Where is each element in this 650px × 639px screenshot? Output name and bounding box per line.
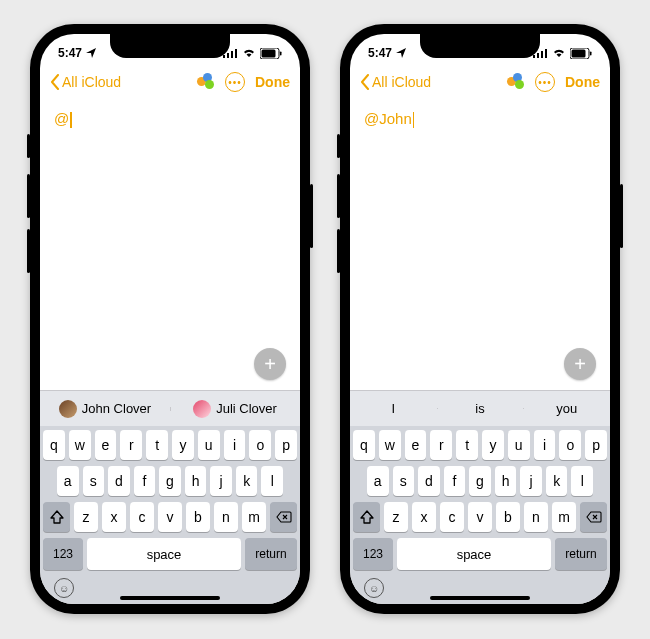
suggestion-item[interactable]: Juli Clover	[170, 400, 300, 418]
key-m[interactable]: m	[242, 502, 266, 532]
done-button[interactable]: Done	[565, 74, 600, 90]
key-b[interactable]: b	[496, 502, 520, 532]
done-button[interactable]: Done	[255, 74, 290, 90]
key-k[interactable]: k	[546, 466, 568, 496]
back-button[interactable]: All iCloud	[360, 74, 431, 90]
key-u[interactable]: u	[198, 430, 220, 460]
key-i[interactable]: i	[534, 430, 556, 460]
shift-key[interactable]	[353, 502, 380, 532]
key-w[interactable]: w	[69, 430, 91, 460]
key-o[interactable]: o	[559, 430, 581, 460]
svg-rect-5	[262, 49, 276, 57]
mode-key[interactable]: 123	[43, 538, 83, 570]
key-y[interactable]: y	[482, 430, 504, 460]
mode-key[interactable]: 123	[353, 538, 393, 570]
plus-icon: +	[574, 353, 586, 376]
key-a[interactable]: a	[367, 466, 389, 496]
space-key[interactable]: space	[397, 538, 551, 570]
wifi-icon	[242, 48, 256, 58]
emoji-button[interactable]: ☺	[364, 578, 384, 598]
key-j[interactable]: j	[210, 466, 232, 496]
shift-icon	[50, 510, 64, 524]
key-m[interactable]: m	[552, 502, 576, 532]
key-c[interactable]: c	[440, 502, 464, 532]
back-button[interactable]: All iCloud	[50, 74, 121, 90]
key-row: 123 space return	[43, 538, 297, 570]
key-i[interactable]: i	[224, 430, 246, 460]
home-indicator[interactable]	[120, 596, 220, 600]
key-e[interactable]: e	[95, 430, 117, 460]
add-button[interactable]: +	[564, 348, 596, 380]
key-s[interactable]: s	[393, 466, 415, 496]
collaboration-icon[interactable]	[197, 73, 215, 91]
back-label: All iCloud	[372, 74, 431, 90]
key-p[interactable]: p	[585, 430, 607, 460]
phone-right: 5:47 All iCloud ••• Done	[340, 24, 620, 614]
key-l[interactable]: l	[571, 466, 593, 496]
space-key[interactable]: space	[87, 538, 241, 570]
key-t[interactable]: t	[456, 430, 478, 460]
key-a[interactable]: a	[57, 466, 79, 496]
key-e[interactable]: e	[405, 430, 427, 460]
key-d[interactable]: d	[108, 466, 130, 496]
key-n[interactable]: n	[214, 502, 238, 532]
plus-icon: +	[264, 353, 276, 376]
shift-key[interactable]	[43, 502, 70, 532]
note-body[interactable]: @ +	[40, 100, 300, 390]
emoji-button[interactable]: ☺	[54, 578, 74, 598]
key-o[interactable]: o	[249, 430, 271, 460]
key-n[interactable]: n	[524, 502, 548, 532]
return-key[interactable]: return	[245, 538, 297, 570]
chevron-left-icon	[360, 74, 370, 90]
key-q[interactable]: q	[353, 430, 375, 460]
back-label: All iCloud	[62, 74, 121, 90]
key-g[interactable]: g	[469, 466, 491, 496]
key-h[interactable]: h	[495, 466, 517, 496]
key-k[interactable]: k	[236, 466, 258, 496]
home-indicator[interactable]	[430, 596, 530, 600]
key-z[interactable]: z	[74, 502, 98, 532]
backspace-key[interactable]	[580, 502, 607, 532]
suggestion-item[interactable]: John Clover	[40, 400, 170, 418]
key-r[interactable]: r	[430, 430, 452, 460]
battery-icon	[260, 48, 282, 59]
key-w[interactable]: w	[379, 430, 401, 460]
key-b[interactable]: b	[186, 502, 210, 532]
collaboration-icon[interactable]	[507, 73, 525, 91]
key-v[interactable]: v	[468, 502, 492, 532]
more-button[interactable]: •••	[535, 72, 555, 92]
key-f[interactable]: f	[444, 466, 466, 496]
note-body[interactable]: @John +	[350, 100, 610, 390]
return-key[interactable]: return	[555, 538, 607, 570]
key-r[interactable]: r	[120, 430, 142, 460]
keyboard: John Clover Juli Clover q w e r t y	[40, 390, 300, 604]
key-g[interactable]: g	[159, 466, 181, 496]
add-button[interactable]: +	[254, 348, 286, 380]
key-u[interactable]: u	[508, 430, 530, 460]
key-h[interactable]: h	[185, 466, 207, 496]
key-p[interactable]: p	[275, 430, 297, 460]
suggestion-item[interactable]: you	[523, 401, 610, 416]
suggestion-item[interactable]: I	[350, 401, 437, 416]
key-c[interactable]: c	[130, 502, 154, 532]
key-l[interactable]: l	[261, 466, 283, 496]
key-s[interactable]: s	[83, 466, 105, 496]
key-q[interactable]: q	[43, 430, 65, 460]
svg-rect-12	[572, 49, 586, 57]
key-d[interactable]: d	[418, 466, 440, 496]
suggestion-label: John Clover	[82, 401, 151, 416]
suggestion-item[interactable]: is	[437, 401, 524, 416]
svg-rect-6	[280, 51, 282, 55]
key-f[interactable]: f	[134, 466, 156, 496]
key-z[interactable]: z	[384, 502, 408, 532]
key-x[interactable]: x	[102, 502, 126, 532]
key-x[interactable]: x	[412, 502, 436, 532]
text-cursor	[70, 112, 72, 128]
key-j[interactable]: j	[520, 466, 542, 496]
more-button[interactable]: •••	[225, 72, 245, 92]
key-t[interactable]: t	[146, 430, 168, 460]
key-y[interactable]: y	[172, 430, 194, 460]
key-v[interactable]: v	[158, 502, 182, 532]
backspace-key[interactable]	[270, 502, 297, 532]
backspace-icon	[276, 511, 292, 523]
